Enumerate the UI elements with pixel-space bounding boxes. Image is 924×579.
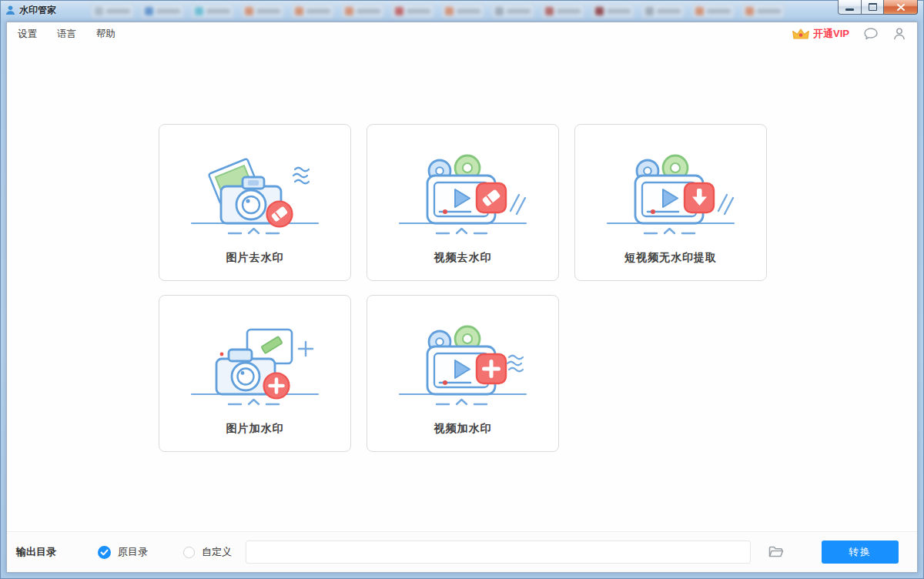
person-icon bbox=[892, 27, 906, 41]
option-custom-dir[interactable]: 自定义 bbox=[183, 545, 232, 559]
option-label: 自定义 bbox=[202, 545, 232, 559]
close-icon bbox=[897, 4, 905, 11]
video-download-icon bbox=[601, 143, 740, 245]
card-video-add-watermark[interactable]: 视频加水印 bbox=[367, 295, 559, 452]
maximize-icon bbox=[869, 3, 877, 11]
card-label: 短视频无水印提取 bbox=[624, 251, 717, 265]
card-label: 图片加水印 bbox=[226, 422, 284, 436]
output-bar: 输出目录 原目录 自定义 转换 bbox=[7, 531, 917, 572]
account-button[interactable] bbox=[892, 27, 906, 41]
app-title: 水印管家 bbox=[5, 4, 56, 17]
video-plus-icon bbox=[393, 314, 532, 416]
video-eraser-icon bbox=[393, 143, 532, 245]
window-frame: 水印管家 设置 语言 帮助 bbox=[0, 0, 924, 579]
window-title: 水印管家 bbox=[19, 4, 56, 17]
vip-button[interactable]: 开通VIP bbox=[792, 27, 849, 41]
camera-plus-icon bbox=[186, 314, 324, 416]
feedback-button[interactable] bbox=[863, 27, 879, 41]
main-panel: 设置 语言 帮助 开通VIP bbox=[6, 22, 918, 573]
card-short-video-extract[interactable]: 短视频无水印提取 bbox=[574, 124, 767, 281]
maximize-button[interactable] bbox=[862, 0, 884, 15]
check-circle-icon bbox=[98, 546, 111, 559]
card-label: 图片去水印 bbox=[226, 251, 284, 265]
app-user-icon bbox=[5, 5, 15, 15]
menu-help[interactable]: 帮助 bbox=[96, 28, 116, 41]
card-label: 视频加水印 bbox=[434, 422, 492, 436]
card-label: 视频去水印 bbox=[434, 251, 492, 265]
menu-settings[interactable]: 设置 bbox=[18, 28, 37, 41]
feature-cards: 图片去水印 bbox=[159, 124, 767, 452]
card-image-remove-watermark[interactable]: 图片去水印 bbox=[159, 124, 351, 281]
output-path-input[interactable] bbox=[246, 541, 751, 564]
background-blur-tabs bbox=[91, 4, 785, 19]
folder-icon bbox=[768, 544, 785, 560]
content-area: 图片去水印 bbox=[7, 45, 917, 531]
chat-bubble-icon bbox=[863, 27, 879, 41]
window-controls bbox=[838, 0, 918, 15]
menu-bar: 设置 语言 帮助 开通VIP bbox=[7, 22, 917, 45]
title-bar[interactable]: 水印管家 bbox=[0, 0, 924, 22]
vip-label: 开通VIP bbox=[813, 27, 849, 41]
crown-icon bbox=[792, 27, 810, 41]
close-button[interactable] bbox=[884, 0, 918, 15]
card-video-remove-watermark[interactable]: 视频去水印 bbox=[367, 124, 559, 281]
convert-button[interactable]: 转换 bbox=[822, 541, 899, 564]
minimize-button[interactable] bbox=[838, 0, 862, 15]
camera-eraser-icon bbox=[186, 143, 324, 245]
menu-right: 开通VIP bbox=[792, 27, 906, 41]
menu-language[interactable]: 语言 bbox=[57, 28, 76, 41]
card-image-add-watermark[interactable]: 图片加水印 bbox=[159, 295, 351, 452]
circle-icon bbox=[183, 547, 195, 558]
output-dir-label: 输出目录 bbox=[16, 545, 56, 559]
option-label: 原目录 bbox=[118, 545, 148, 559]
option-original-dir[interactable]: 原目录 bbox=[98, 545, 148, 559]
minimize-icon bbox=[845, 8, 854, 11]
browse-folder-button[interactable] bbox=[768, 544, 785, 560]
